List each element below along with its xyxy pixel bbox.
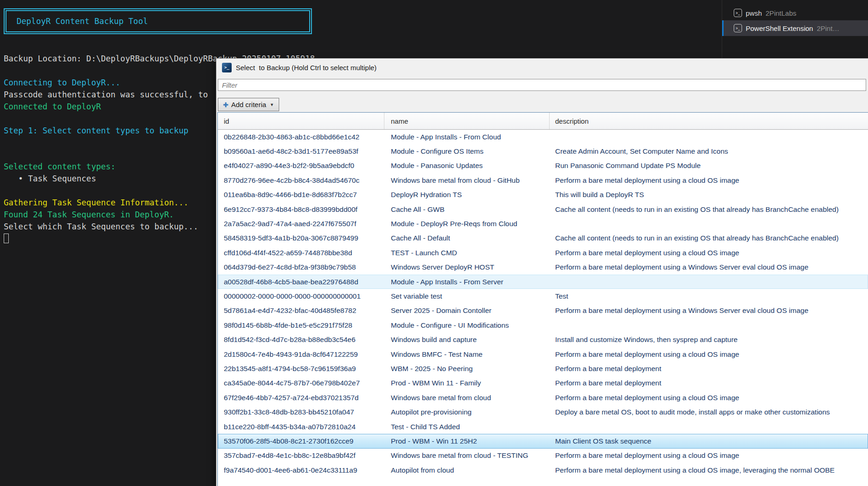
table-row[interactable]: 930ff2b1-33c8-48db-b283-bb45210fa047Auto… (218, 405, 868, 419)
cell-id: 930ff2b1-33c8-48db-b283-bb45210fa047 (218, 408, 384, 416)
cell-id: 064d379d-6e27-4c8d-bf2a-9f38b9c79b58 (218, 263, 384, 271)
table-row[interactable]: b09560a1-ae6d-48c2-b3d1-5177ee89a53fModu… (218, 144, 868, 158)
cell-description: Cache all content (needs to run in an ex… (550, 205, 868, 214)
cell-description: Perform a bare metal deployment using a … (550, 263, 868, 271)
cell-id: a00528df-46b8-4cb5-baae-bea22976488d (218, 278, 384, 286)
cell-description: Perform a bare metal deployment using a … (550, 176, 868, 185)
cell-id: 2a7a5ac2-9ad7-47a4-aaed-2247f675507f (218, 220, 384, 228)
table-row[interactable]: 357cbad7-e4d8-4e1c-bb8c-12e8ba9bf42fWind… (218, 449, 868, 463)
table-row[interactable]: 58458319-5df3-4a1b-b20a-3067c8879499Cach… (218, 231, 868, 246)
table-row[interactable]: 67f29e46-4bb7-4257-a724-ebd37021357dWind… (218, 390, 868, 405)
cell-name: TEST - Launch CMD (384, 249, 550, 257)
cell-name: Module - Configure OS Items (384, 147, 550, 156)
cell-id: b11ce220-8bff-4435-b34a-a07b72810a24 (218, 423, 384, 431)
column-header-description[interactable]: description (550, 113, 868, 129)
cell-name: Prod - WBM - Win 11 25H2 (384, 437, 550, 445)
table-row[interactable]: 98f0d145-6b8b-4fde-b1e5-e5c291f75f28Modu… (218, 318, 868, 332)
table-row[interactable]: 2d1580c4-7e4b-4943-91da-8cf647122259Wind… (218, 347, 868, 361)
cell-description: Cache all content (needs to run in an ex… (550, 234, 868, 242)
cell-id: 357cbad7-e4d8-4e1c-bb8c-12e8ba9bf42f (218, 451, 384, 460)
cell-name: Windows BMFC - Test Name (384, 350, 550, 359)
cell-id: ca345a0e-8044-4c75-87b7-06e798b402e7 (218, 379, 384, 387)
terminal-tab-powershell-extension[interactable]: >_ PowerShell Extension 2Pint… (722, 20, 868, 36)
cell-name: Server 2025 - Domain Contoller (384, 306, 550, 315)
cell-id: 58458319-5df3-4a1b-b20a-3067c8879499 (218, 234, 384, 242)
cell-id: cffd106d-4f4f-4522-a659-744878bbe38d (218, 249, 384, 257)
cell-id: 0b226848-2b30-4863-ab1c-c8bbd66e1c42 (218, 133, 384, 141)
chevron-down-icon: ▼ (270, 102, 274, 107)
table-row[interactable]: e4f04027-a890-44e3-b2f2-9b5aa9ebdcf0Modu… (218, 159, 868, 173)
add-criteria-label: Add criteria (231, 101, 266, 108)
filter-input[interactable] (218, 79, 866, 91)
cell-description: Perform a bare metal deployment using a … (550, 350, 868, 359)
cell-id: 011ea6ba-8d9c-4466-bd1e-8d683f7b2cc7 (218, 191, 384, 199)
cell-id: 6e912cc7-9373-4b84-b8c8-d83999bdd00f (218, 205, 384, 214)
cell-description: Perform a bare metal deployment using a … (550, 466, 868, 474)
table-row[interactable]: 5d7861a4-e4d7-4232-bfac-40d485fe8782Serv… (218, 304, 868, 318)
cell-id: 8770d276-96ee-4c2b-b8c4-38d4ad54670c (218, 176, 384, 185)
cell-name: Prod - WBM Win 11 - Family (384, 379, 550, 387)
terminal-tab-detail: 2PintLabs (766, 9, 796, 17)
cell-name: Windows bare metal from cloud (384, 394, 550, 402)
column-header-id[interactable]: id (218, 113, 384, 129)
terminal-tab-label: pwsh (746, 9, 762, 17)
cell-description: Create Admin Account, Set Computer Name … (550, 147, 868, 156)
terminal-icon: >_ (734, 9, 742, 17)
cell-id: 5d7861a4-e4d7-4232-bfac-40d485fe8782 (218, 306, 384, 315)
table-row[interactable]: cffd106d-4f4f-4522-a659-744878bbe38dTEST… (218, 246, 868, 260)
cell-id: 67f29e46-4bb7-4257-a724-ebd37021357d (218, 394, 384, 402)
cell-id: 00000002-0000-0000-0000-000000000001 (218, 292, 384, 300)
cell-name: DeployR Hydration TS (384, 191, 550, 199)
plus-icon: ✚ (223, 102, 228, 108)
cell-description: Perform a bare metal deployment using a … (550, 306, 868, 315)
cell-description: Perform a bare metal deployment (550, 365, 868, 373)
table-row[interactable]: 00000002-0000-0000-0000-000000000001Set … (218, 289, 868, 303)
table-header: id name description (218, 113, 868, 130)
terminal-tab-pwsh[interactable]: >_ pwsh 2PintLabs (722, 6, 868, 20)
cell-description: Main Client OS task sequence (550, 437, 868, 445)
cell-name: Autopilot pre-provisioning (384, 408, 550, 416)
cell-description: Perform a bare metal deployment (550, 379, 868, 387)
terminal-tab-detail: 2Pint… (817, 24, 839, 32)
cell-name: Cache All - Default (384, 234, 550, 242)
table-row[interactable]: 2a7a5ac2-9ad7-47a4-aaed-2247f675507fModu… (218, 216, 868, 231)
cell-id: 2d1580c4-7e4b-4943-91da-8cf647122259 (218, 350, 384, 359)
table-row[interactable]: 0b226848-2b30-4863-ab1c-c8bbd66e1c42Modu… (218, 130, 868, 144)
window-title: Select to Backup (Hold Ctrl to select mu… (236, 64, 377, 72)
powershell-icon: >_ (222, 63, 232, 72)
cell-name: Module - Configure - UI Modifications (384, 321, 550, 330)
terminal-icon: >_ (734, 24, 742, 32)
add-criteria-button[interactable]: ✚ Add criteria ▼ (218, 98, 279, 111)
cell-description: This will build a DeployR TS (550, 191, 868, 199)
table-row[interactable]: 53570f06-28f5-4b08-8c21-2730f162cce9Prod… (218, 434, 868, 448)
cell-id: 8fd1d542-f3cd-4d7c-b28a-b88edb3c54e6 (218, 336, 384, 344)
cell-id: f9a74540-d001-4ee6-ab61-0e24c33111a9 (218, 466, 384, 474)
window-titlebar[interactable]: >_ Select to Backup (Hold Ctrl to select… (216, 59, 868, 76)
cell-name: Module - Panasonic Updates (384, 162, 550, 170)
table-row[interactable]: 064d379d-6e27-4c8d-bf2a-9f38b9c79b58Wind… (218, 260, 868, 275)
table-row[interactable]: ca345a0e-8044-4c75-87b7-06e798b402e7Prod… (218, 376, 868, 390)
cell-description: Perform a bare metal deployment using a … (550, 394, 868, 402)
table-row[interactable]: 011ea6ba-8d9c-4466-bd1e-8d683f7b2cc7Depl… (218, 188, 868, 202)
table-row[interactable]: f9a74540-d001-4ee6-ab61-0e24c33111a9Auto… (218, 463, 868, 477)
cell-description: Test (550, 292, 868, 300)
cell-id: 22b13545-a8f1-4794-bc58-7c96159f36a9 (218, 365, 384, 373)
terminal-tab-label: PowerShell Extension (746, 24, 813, 32)
table-row[interactable]: a00528df-46b8-4cb5-baae-bea22976488dModu… (218, 275, 868, 289)
cell-name: Autopilot from cloud (384, 466, 550, 474)
cell-name: Windows bare metal from cloud - GitHub (384, 176, 550, 185)
table-row[interactable]: 22b13545-a8f1-4794-bc58-7c96159f36a9WBM … (218, 361, 868, 376)
results-table: id name description 0b226848-2b30-4863-a… (217, 112, 868, 486)
terminal-banner-title: DeployR Content Backup Tool (6, 17, 148, 26)
column-header-name[interactable]: name (384, 113, 550, 129)
table-row[interactable]: 8770d276-96ee-4c2b-b8c4-38d4ad54670cWind… (218, 173, 868, 187)
cell-id: e4f04027-a890-44e3-b2f2-9b5aa9ebdcf0 (218, 162, 384, 170)
table-row[interactable]: b11ce220-8bff-4435-b34a-a07b72810a24Test… (218, 420, 868, 434)
cell-description: Perform a bare metal deployment using a … (550, 249, 868, 257)
cell-name: Module - App Installs - From Cloud (384, 133, 550, 141)
table-row[interactable]: 6e912cc7-9373-4b84-b8c8-d83999bdd00fCach… (218, 202, 868, 216)
out-gridview-window: >_ Select to Backup (Hold Ctrl to select… (216, 58, 868, 486)
cell-name: Module - App Installs - From Server (384, 278, 550, 286)
table-row[interactable]: 8fd1d542-f3cd-4d7c-b28a-b88edb3c54e6Wind… (218, 332, 868, 347)
cell-description: Run Panasonic Command Update PS Module (550, 162, 868, 170)
